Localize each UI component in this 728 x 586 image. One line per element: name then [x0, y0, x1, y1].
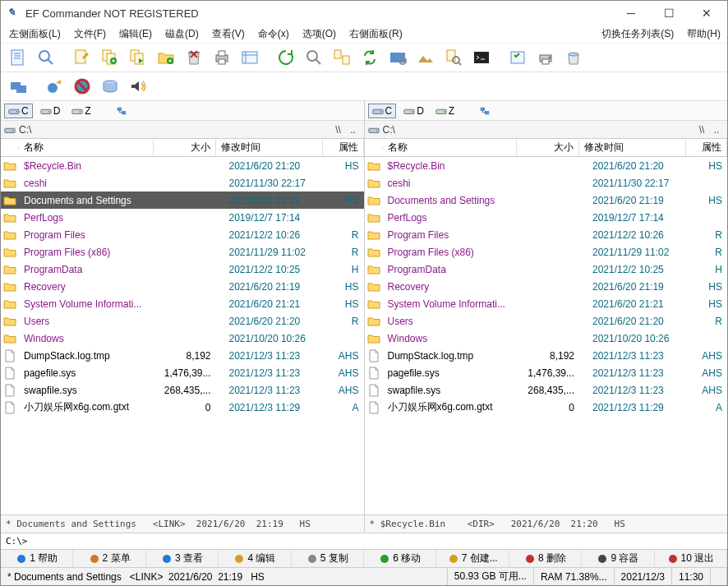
compare-button[interactable]: [329, 45, 354, 70]
file-row[interactable]: swapfile.sys268,435,...2021/12/3 11:23AH…: [1, 381, 364, 399]
view-large-button[interactable]: [385, 45, 410, 70]
col-attr[interactable]: 属性: [323, 139, 364, 156]
path-history-button[interactable]: \\: [331, 122, 346, 137]
menu-file[interactable]: 文件(F): [67, 25, 113, 43]
menu-switch-task-list[interactable]: 切换任务列表(S): [595, 25, 680, 43]
col-name[interactable]: 名称: [19, 139, 154, 156]
col-date[interactable]: 修改时间: [579, 139, 686, 156]
settings-button[interactable]: [505, 45, 530, 70]
file-row[interactable]: ProgramData2021/12/2 10:25H: [365, 261, 728, 278]
col-date[interactable]: 修改时间: [216, 139, 323, 156]
right-path-bar[interactable]: C:\\\..: [365, 121, 728, 139]
col-icon[interactable]: [365, 146, 383, 150]
file-row[interactable]: 小刀娱乐网x6g.com.gtxt02021/12/3 11:29A: [1, 399, 364, 416]
disk-button[interactable]: [98, 74, 122, 99]
file-row[interactable]: ProgramData2021/12/2 10:25H: [1, 261, 364, 278]
col-size[interactable]: 大小: [154, 139, 216, 156]
file-row[interactable]: Program Files2021/12/2 10:26R: [365, 226, 728, 243]
command-line[interactable]: C:\>: [1, 533, 727, 549]
fkey-7[interactable]: 7 创建...: [436, 550, 509, 567]
path-history-button[interactable]: \\: [694, 122, 709, 137]
file-row[interactable]: Recovery2021/6/20 21:19HS: [365, 278, 728, 295]
print-button[interactable]: [210, 45, 234, 70]
file-row[interactable]: PerfLogs2019/12/7 17:14: [1, 209, 364, 226]
fkey-1[interactable]: 1 帮助: [1, 550, 73, 567]
file-row[interactable]: Recovery2021/6/20 21:19HS: [1, 278, 364, 295]
file-row[interactable]: ceshi2021/11/30 22:17: [1, 174, 364, 191]
sync-button[interactable]: [357, 45, 382, 70]
path-up-button[interactable]: ..: [346, 122, 361, 137]
drive-d-button[interactable]: D: [36, 104, 65, 118]
drive-network-button[interactable]: [475, 104, 495, 118]
file-row[interactable]: $Recycle.Bin2021/6/20 21:20HS: [365, 157, 728, 174]
drive-z-button[interactable]: Z: [431, 104, 458, 118]
fkey-4[interactable]: 4 编辑: [219, 550, 291, 567]
delete-button[interactable]: [182, 45, 206, 70]
left-path-bar[interactable]: C:\\\..: [1, 121, 364, 139]
left-file-list[interactable]: $Recycle.Bin2021/6/20 21:20HSceshi2021/1…: [1, 157, 364, 514]
fkey-8[interactable]: 8 删除: [509, 550, 582, 567]
console-button[interactable]: [469, 45, 494, 70]
col-attr[interactable]: 属性: [686, 139, 727, 156]
sound-button[interactable]: [126, 74, 150, 99]
file-row[interactable]: Program Files2021/12/2 10:26R: [1, 226, 364, 243]
file-row[interactable]: Program Files (x86)2021/11/29 11:02R: [365, 243, 728, 261]
properties-button[interactable]: [237, 45, 262, 70]
minimize-button[interactable]: ─: [612, 1, 650, 25]
menu-command[interactable]: 命令(x): [251, 25, 296, 43]
file-row[interactable]: Program Files (x86)2021/11/29 11:02R: [1, 243, 364, 261]
drive-d-button[interactable]: D: [399, 104, 428, 118]
view-thumb-button[interactable]: [413, 45, 438, 70]
search-button[interactable]: [302, 45, 326, 70]
move-button[interactable]: [126, 45, 150, 70]
file-row[interactable]: Users2021/6/20 21:20R: [365, 312, 728, 330]
drive-c-button[interactable]: C: [368, 104, 397, 118]
file-row[interactable]: DumpStack.log.tmp8,1922021/12/3 11:23AHS: [1, 347, 364, 364]
find-file-button[interactable]: [441, 45, 466, 70]
file-row[interactable]: Documents and Settings2021/6/20 21:19HS: [1, 191, 364, 209]
col-icon[interactable]: [1, 146, 19, 150]
menu-view[interactable]: 查看(V): [205, 25, 251, 43]
fkey-5[interactable]: 5 复制: [292, 550, 364, 567]
fkey-3[interactable]: 3 查看: [146, 550, 219, 567]
file-row[interactable]: DumpStack.log.tmp8,1922021/12/3 11:23AHS: [365, 347, 728, 364]
fkey-6[interactable]: 6 移动: [364, 550, 436, 567]
file-row[interactable]: swapfile.sys268,435,...2021/12/3 11:23AH…: [365, 381, 728, 399]
file-row[interactable]: Windows2021/10/20 10:26: [365, 330, 728, 347]
file-row[interactable]: System Volume Informati...2021/6/20 21:2…: [1, 295, 364, 312]
path-up-button[interactable]: ..: [709, 122, 724, 137]
file-row[interactable]: System Volume Informati...2021/6/20 21:2…: [365, 295, 728, 312]
globe-blocked-button[interactable]: [70, 74, 94, 99]
menu-options[interactable]: 选项(O): [296, 25, 343, 43]
maximize-button[interactable]: ☐: [650, 1, 688, 25]
fkey-10[interactable]: 10 退出: [655, 550, 727, 567]
right-file-list[interactable]: $Recycle.Bin2021/6/20 21:20HSceshi2021/1…: [365, 157, 728, 514]
menu-right-panel[interactable]: 右侧面板(R): [343, 25, 409, 43]
new-file-button[interactable]: [6, 45, 30, 70]
file-row[interactable]: Windows2021/10/20 10:26: [1, 330, 364, 347]
drive-z-button[interactable]: Z: [67, 104, 94, 118]
col-size[interactable]: 大小: [517, 139, 579, 156]
menu-edit[interactable]: 编辑(E): [113, 25, 159, 43]
drive-c-button[interactable]: C: [4, 104, 33, 118]
refresh-button[interactable]: [274, 45, 298, 70]
fkey-2[interactable]: 2 菜单: [73, 550, 145, 567]
file-row[interactable]: pagefile.sys1,476,39...2021/12/3 11:23AH…: [1, 364, 364, 381]
file-row[interactable]: $Recycle.Bin2021/6/20 21:20HS: [1, 157, 364, 174]
view-button[interactable]: [34, 45, 58, 70]
printer2-button[interactable]: [533, 45, 558, 70]
network-button[interactable]: [6, 74, 30, 99]
fkey-9[interactable]: 9 容器: [582, 550, 654, 567]
file-row[interactable]: PerfLogs2019/12/7 17:14: [365, 209, 728, 226]
file-row[interactable]: 小刀娱乐网x6g.com.gtxt02021/12/3 11:29A: [365, 399, 728, 416]
menu-help[interactable]: 帮助(H): [680, 25, 727, 43]
recycle-button[interactable]: [561, 45, 586, 70]
menu-disk[interactable]: 磁盘(D): [159, 25, 205, 43]
copy-button[interactable]: [98, 45, 122, 70]
close-button[interactable]: ✕: [688, 1, 726, 25]
col-name[interactable]: 名称: [383, 139, 518, 156]
edit-button[interactable]: [70, 45, 94, 70]
drive-network-button[interactable]: [112, 104, 131, 118]
new-folder-button[interactable]: [154, 45, 178, 70]
file-row[interactable]: ceshi2021/11/30 22:17: [365, 174, 728, 191]
